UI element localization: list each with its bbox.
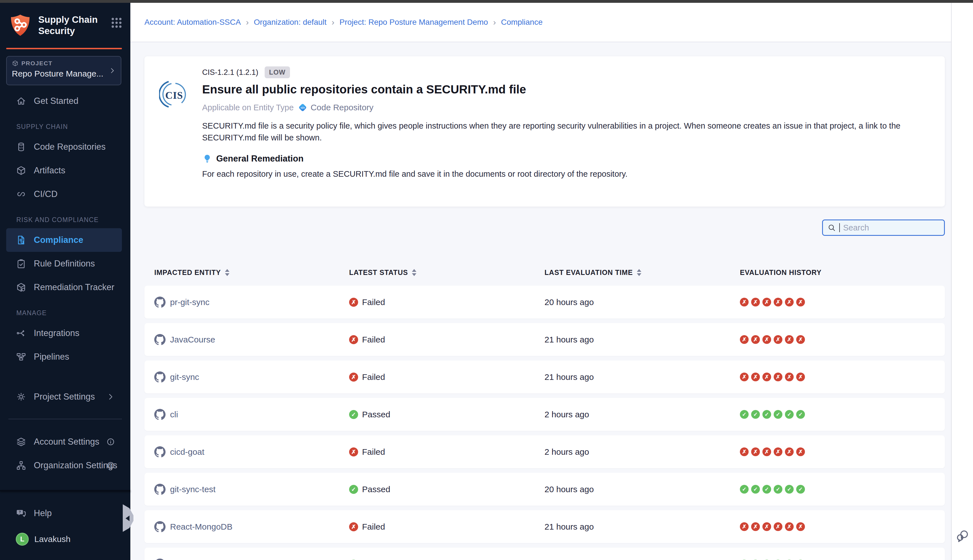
entity-name[interactable]: JavaCourse (170, 335, 215, 345)
github-icon (154, 409, 165, 420)
entity-cell: cicd-goat (154, 446, 349, 458)
entity-name[interactable]: cli (170, 410, 178, 419)
breadcrumb-item-account[interactable]: Account: Automation-SSCA (144, 18, 241, 27)
history-fail-icon: ✗ (785, 373, 794, 381)
breadcrumb-item-compliance[interactable]: Compliance (501, 18, 542, 27)
breadcrumb-item-organization[interactable]: Organization: default (254, 18, 326, 27)
status-passed-icon: ✓ (349, 485, 358, 494)
user-menu[interactable]: L Lavakush (16, 530, 122, 548)
history-fail-icon: ✗ (740, 522, 749, 531)
sidebar-item-pipelines[interactable]: Pipelines (6, 345, 122, 368)
support-chat-icon[interactable] (956, 528, 970, 544)
cube-icon (12, 60, 18, 67)
entity-name[interactable]: pr-git-sync (170, 297, 209, 307)
sidebar-item-compliance[interactable]: Compliance (6, 228, 122, 252)
status-label: Passed (362, 485, 390, 494)
sidebar-item-integrations[interactable]: Integrations (6, 322, 122, 345)
status-failed-icon: ✗ (349, 298, 358, 307)
evaluation-history-cell: ✗✗✗✗✗✗ (740, 373, 945, 381)
breadcrumb: Account: Automation-SSCA›Organization: d… (144, 17, 542, 27)
history-fail-icon: ✗ (796, 335, 805, 344)
sidebar-item-remediation-tracker[interactable]: Remediation Tracker (6, 275, 122, 299)
lightbulb-icon (202, 153, 212, 164)
sidebar-item-rule-definitions[interactable]: Rule Definitions (6, 252, 122, 275)
last-evaluation-time: 2 hours ago (544, 447, 740, 457)
column-header-label: LAST EVALUATION TIME (544, 268, 633, 277)
history-fail-icon: ✗ (751, 335, 760, 344)
sidebar-item-project-settings[interactable]: Project Settings (6, 385, 122, 408)
table-row[interactable]: cicd-goat✗Failed2 hours ago✗✗✗✗✗✗ (144, 435, 945, 468)
table-row[interactable]: git-sync✗Failed21 hours ago✗✗✗✗✗✗ (144, 360, 945, 393)
sidebar-item-ci-cd[interactable]: CI/CD (6, 182, 122, 206)
artifacts-icon (16, 165, 27, 176)
status-label: Failed (362, 335, 385, 345)
remediation-title: General Remediation (216, 153, 304, 164)
status-cell: ✗Failed (349, 335, 544, 345)
supply-chain-security-logo-icon (7, 13, 33, 41)
rule-code: CIS-1.2.1 (1.2.1) (202, 68, 259, 77)
sidebar-item-get-started[interactable]: Get Started (6, 89, 122, 113)
table-row[interactable]: JavaCourse✗Failed21 hours ago✗✗✗✗✗✗ (144, 323, 945, 356)
entity-type-chip: </> Code Repository (297, 102, 373, 113)
project-selector[interactable]: PROJECT Repo Posture Manage... (6, 56, 121, 85)
search-input[interactable] (843, 223, 940, 232)
sidebar-item-organization-settings[interactable]: Organization Settings (6, 453, 122, 477)
table-row[interactable]: ✓Passed✓✓✓✓✓✓ (144, 548, 945, 560)
sidebar-item-artifacts[interactable]: Artifacts (6, 159, 122, 182)
project-name: Repo Posture Manage... (12, 69, 116, 78)
rule-title: Ensure all public repositories contain a… (202, 83, 933, 96)
history-fail-icon: ✗ (796, 373, 805, 381)
sidebar-item-label: Project Settings (34, 392, 95, 402)
entity-name[interactable]: cicd-goat (170, 447, 204, 457)
evaluation-history-cell: ✓✓✓✓✓✓ (740, 410, 945, 419)
column-header-last-evaluation-time: LAST EVALUATION TIME (544, 268, 740, 277)
github-icon (154, 484, 165, 495)
status-cell: ✗Failed (349, 522, 544, 532)
sort-arrows-icon[interactable] (225, 269, 229, 276)
sort-arrows-icon[interactable] (412, 269, 416, 276)
scrollbar-track[interactable] (951, 3, 973, 560)
search-icon (828, 223, 836, 232)
table-row[interactable]: git-sync-test✓Passed20 hours ago✓✓✓✓✓✓ (144, 473, 945, 506)
history-fail-icon: ✗ (796, 298, 805, 307)
history-pass-icon: ✓ (774, 485, 783, 493)
search-box[interactable] (822, 220, 945, 236)
history-pass-icon: ✓ (740, 485, 749, 493)
nav-section-title-supply-chain: SUPPLY CHAIN (16, 123, 122, 130)
status-cell: ✓Passed (349, 485, 544, 494)
sidebar-item-help[interactable]: ? Help (6, 502, 122, 525)
entity-cell: JavaCourse (154, 334, 349, 345)
sidebar-item-label: Integrations (34, 328, 79, 338)
sort-arrows-icon[interactable] (637, 269, 641, 276)
sidebar-item-code-repositories[interactable]: </>Code Repositories (6, 135, 122, 159)
entity-cell: cli (154, 409, 349, 420)
sidebar-item-label: Compliance (34, 235, 83, 245)
page-header: Account: Automation-SSCA›Organization: d… (130, 3, 951, 42)
history-fail-icon: ✗ (796, 447, 805, 456)
column-header-latest-status: LATEST STATUS (349, 268, 544, 277)
sidebar-item-label: Account Settings (34, 437, 99, 447)
entity-name[interactable]: git-sync (170, 372, 199, 382)
breadcrumb-item-project[interactable]: Project: Repo Posture Management Demo (340, 18, 488, 27)
sidebar-item-account-settings[interactable]: Account Settings (6, 430, 122, 453)
nav-section-title-risk-and-compliance: RISK AND COMPLIANCE (16, 216, 122, 224)
module-grid-icon[interactable] (110, 16, 123, 29)
table-row[interactable]: pr-git-sync✗Failed20 hours ago✗✗✗✗✗✗ (144, 286, 945, 318)
main-content: CIS CIS-1.2.1 (1.2.1) LOW Ensure all pub… (130, 43, 951, 560)
table-row[interactable]: cli✓Passed2 hours ago✓✓✓✓✓✓ (144, 398, 945, 431)
entity-name[interactable]: React-MongoDB (170, 522, 232, 532)
last-evaluation-time: 20 hours ago (544, 297, 740, 307)
history-fail-icon: ✗ (751, 298, 760, 307)
brand-divider (6, 48, 122, 49)
breadcrumb-separator: › (332, 17, 334, 27)
column-header-label: EVALUATION HISTORY (740, 268, 821, 277)
last-evaluation-time: 21 hours ago (544, 335, 740, 345)
history-fail-icon: ✗ (740, 298, 749, 307)
last-evaluation-time: 21 hours ago (544, 372, 740, 382)
entity-name[interactable]: git-sync-test (170, 485, 216, 494)
svg-text:</>: </> (301, 106, 305, 110)
history-fail-icon: ✗ (785, 447, 794, 456)
table-row[interactable]: React-MongoDB✗Failed21 hours ago✗✗✗✗✗✗ (144, 510, 945, 543)
history-pass-icon: ✓ (796, 410, 805, 419)
app-logo-row: Supply Chain Security (7, 13, 123, 41)
